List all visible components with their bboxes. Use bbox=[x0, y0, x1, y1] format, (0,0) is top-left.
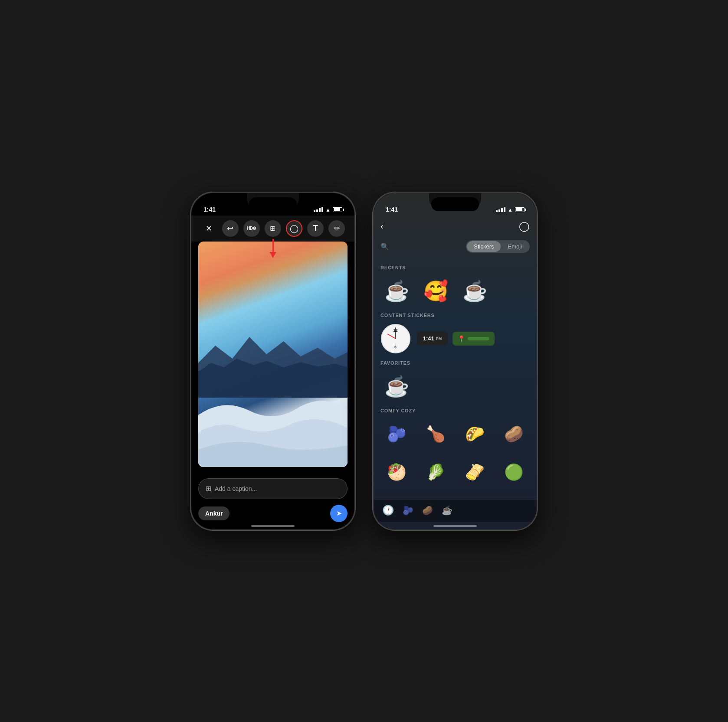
close-button[interactable]: ✕ bbox=[201, 220, 217, 237]
right-phone: 1:41 ▲ ‹ ◯ 🔍 Stickers bbox=[373, 192, 538, 530]
favorites-row: ☕ bbox=[379, 369, 531, 404]
section-content-stickers: CONTENT STICKERS bbox=[380, 313, 530, 318]
user-chip: Ankur bbox=[198, 506, 230, 520]
time-value: 1:41 bbox=[423, 335, 434, 342]
send-button[interactable]: ➤ bbox=[330, 505, 348, 522]
clock-6: 6 bbox=[394, 345, 397, 349]
caption-placeholder: Add a caption... bbox=[215, 485, 257, 492]
search-icon: 🔍 bbox=[380, 242, 389, 251]
battery-icon-right bbox=[515, 207, 525, 212]
comfy-2-2[interactable]: 🥬 bbox=[418, 455, 453, 490]
tab-stickers[interactable]: Stickers bbox=[467, 241, 501, 252]
comfy-1-2[interactable]: 🍗 bbox=[418, 417, 453, 451]
battery-fill-right bbox=[516, 208, 522, 211]
dock-sticker1-icon[interactable]: 🫐 bbox=[403, 505, 413, 516]
tab-emoji[interactable]: Emoji bbox=[501, 241, 529, 252]
dynamic-island-right bbox=[431, 197, 479, 211]
sticker-coffee-latte[interactable]: ☕ bbox=[379, 274, 414, 308]
sticker-button[interactable]: ◯ bbox=[286, 220, 302, 237]
section-favorites: FAVORITES bbox=[380, 360, 530, 366]
fav-empty-2 bbox=[457, 369, 492, 404]
user-label: Ankur bbox=[205, 510, 223, 517]
content-stickers-row: 12 6 1:41 PM bbox=[379, 321, 531, 356]
clock-minute-hand bbox=[395, 327, 396, 339]
dock-recents-icon[interactable]: 🕐 bbox=[382, 505, 394, 516]
arrow-indicator bbox=[269, 239, 276, 258]
home-indicator-right bbox=[433, 525, 477, 527]
location-badge: 📍 bbox=[453, 332, 495, 346]
comfy-1-1[interactable]: 🫐 bbox=[379, 417, 414, 451]
comfy-row-2: 🥙 🥬 🫔 🟢 bbox=[379, 455, 531, 490]
recents-row: ☕ 🥰 ☕ bbox=[379, 274, 531, 308]
time-badge-cell[interactable]: 1:41 PM bbox=[416, 321, 449, 356]
draw-button[interactable]: ✏ bbox=[328, 220, 345, 237]
battery-fill bbox=[334, 208, 340, 211]
caption-icon: ⊞ bbox=[206, 484, 211, 493]
photo-area bbox=[198, 242, 348, 467]
clock-sticker: 12 6 bbox=[381, 324, 410, 353]
content-empty bbox=[498, 321, 531, 356]
photo-gradient bbox=[198, 242, 348, 467]
mountain-silhouette bbox=[198, 328, 348, 398]
fav-empty-3 bbox=[496, 369, 531, 404]
clock-hour-hand bbox=[387, 333, 396, 339]
left-screen: 1:41 ▲ ✕ ↩ HD⚙ ⊞ ◯ T ✏ bbox=[191, 193, 354, 529]
sticker-search-bar: 🔍 Stickers Emoji bbox=[374, 237, 537, 256]
time-period: PM bbox=[436, 336, 442, 341]
sticker-empty-1 bbox=[496, 274, 531, 308]
wifi-icon-right: ▲ bbox=[508, 207, 513, 213]
signal-icon bbox=[314, 207, 323, 212]
sticker-smiling-hearts[interactable]: 🥰 bbox=[418, 274, 453, 308]
comfy-3-3[interactable]: 🐸 bbox=[457, 493, 492, 499]
status-icons-right: ▲ bbox=[496, 207, 525, 213]
status-icons-left: ▲ bbox=[314, 207, 342, 213]
left-phone: 1:41 ▲ ✕ ↩ HD⚙ ⊞ ◯ T ✏ bbox=[190, 192, 355, 530]
comfy-3-1[interactable]: 🍱 bbox=[379, 493, 414, 499]
sticker-panel-icon[interactable]: ◯ bbox=[519, 221, 530, 232]
tab-group: Stickers Emoji bbox=[466, 240, 530, 253]
time-left: 1:41 bbox=[203, 206, 216, 213]
text-button[interactable]: T bbox=[307, 220, 324, 237]
editor-toolbar: ✕ ↩ HD⚙ ⊞ ◯ T ✏ bbox=[191, 216, 354, 242]
undo-button[interactable]: ↩ bbox=[222, 220, 239, 237]
comfy-2-3[interactable]: 🫔 bbox=[457, 455, 492, 490]
location-pin-icon: 📍 bbox=[458, 335, 465, 342]
caption-bar[interactable]: ⊞ Add a caption... bbox=[198, 478, 348, 499]
time-right: 1:41 bbox=[386, 206, 398, 213]
comfy-2-4[interactable]: 🟢 bbox=[496, 455, 531, 490]
location-badge-cell[interactable]: 📍 bbox=[453, 321, 495, 356]
time-badge: 1:41 PM bbox=[417, 332, 448, 345]
arrow-shaft bbox=[272, 239, 274, 252]
dock-coffee-icon[interactable]: ☕ bbox=[442, 505, 453, 516]
right-screen: 1:41 ▲ ‹ ◯ 🔍 Stickers bbox=[374, 193, 537, 529]
comfy-1-4[interactable]: 🥔 bbox=[496, 417, 531, 451]
clock-sticker-cell[interactable]: 12 6 bbox=[379, 321, 412, 356]
hd-button[interactable]: HD⚙ bbox=[243, 220, 260, 237]
home-indicator-left bbox=[251, 525, 295, 527]
comfy-3-4[interactable]: 🎂 bbox=[496, 493, 531, 499]
sticker-scroll-area[interactable]: RECENTS ☕ 🥰 ☕ CONTENT STICKERS 12 6 bbox=[374, 257, 537, 499]
dock-sticker2-icon[interactable]: 🥔 bbox=[422, 505, 433, 516]
section-comfy-cozy: COMFY COZY bbox=[380, 408, 530, 413]
comfy-3-2[interactable]: 🍪 bbox=[418, 493, 453, 499]
comfy-row-1: 🫐 🍗 🌮 🥔 bbox=[379, 417, 531, 451]
sticker-header: ‹ ◯ bbox=[374, 216, 537, 237]
comfy-2-1[interactable]: 🥙 bbox=[379, 455, 414, 490]
dynamic-island-left bbox=[249, 197, 297, 211]
fav-empty-1 bbox=[418, 369, 453, 404]
comfy-row-3: 🍱 🍪 🐸 🎂 bbox=[379, 493, 531, 499]
wifi-icon: ▲ bbox=[325, 207, 331, 213]
arrow-head bbox=[269, 252, 276, 258]
sticker-coffee-cup[interactable]: ☕ bbox=[457, 274, 492, 308]
comfy-1-3[interactable]: 🌮 bbox=[457, 417, 492, 451]
back-button[interactable]: ‹ bbox=[380, 221, 384, 231]
sticker-fav-coffee[interactable]: ☕ bbox=[379, 369, 414, 404]
location-line bbox=[468, 337, 489, 340]
crop-button[interactable]: ⊞ bbox=[265, 220, 281, 237]
clock-face: 12 6 bbox=[382, 325, 410, 353]
battery-icon bbox=[333, 207, 342, 212]
section-recents: RECENTS bbox=[380, 265, 530, 270]
signal-icon-right bbox=[496, 207, 505, 212]
sand-dunes bbox=[198, 389, 348, 467]
bottom-bar-left: Ankur ➤ bbox=[198, 503, 348, 524]
